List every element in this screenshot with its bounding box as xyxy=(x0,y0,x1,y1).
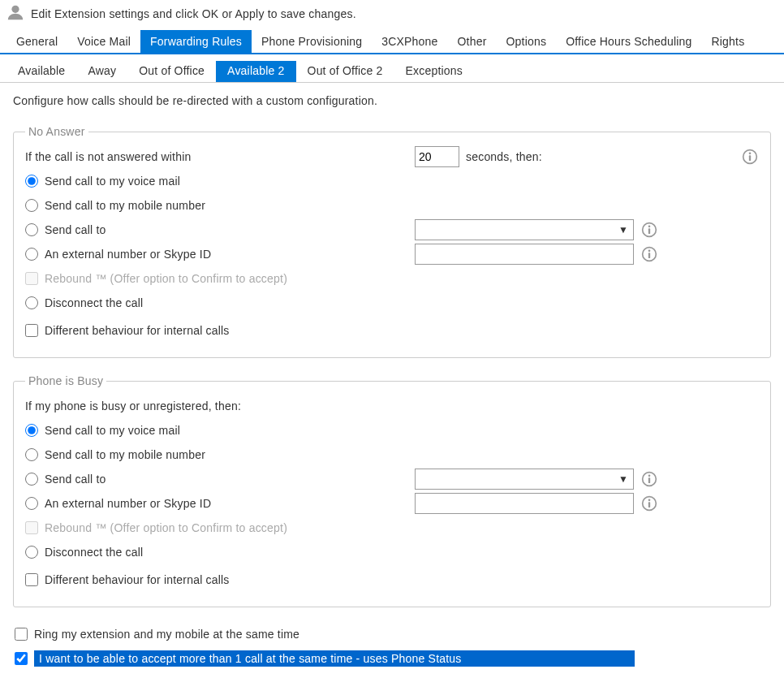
bz-diff-internal-label[interactable]: Different behaviour for internal calls xyxy=(45,573,230,586)
bz-rebound-checkbox xyxy=(25,521,38,534)
main-tab-office-hours-scheduling[interactable]: Office Hours Scheduling xyxy=(556,30,701,53)
sub-tab-bar: AvailableAwayOut of OfficeAvailable 2Out… xyxy=(0,54,784,83)
main-tab-phone-provisioning[interactable]: Phone Provisioning xyxy=(252,30,372,53)
user-icon xyxy=(6,3,24,24)
bz-diff-internal-checkbox[interactable] xyxy=(25,573,38,586)
main-tab-forwarding-rules[interactable]: Forwarding Rules xyxy=(140,30,252,53)
bz-radio-external[interactable] xyxy=(25,497,38,510)
info-icon[interactable] xyxy=(640,470,658,488)
svg-rect-12 xyxy=(648,477,650,483)
main-tab-options[interactable]: Options xyxy=(497,30,557,53)
na-external-input[interactable] xyxy=(415,244,634,265)
ring-both-label[interactable]: Ring my extension and my mobile at the s… xyxy=(34,628,299,641)
bz-radio-voicemail[interactable] xyxy=(25,424,38,437)
main-tab-rights[interactable]: Rights xyxy=(702,30,755,53)
info-icon[interactable] xyxy=(741,148,759,166)
busy-prompt: If my phone is busy or unregistered, the… xyxy=(25,399,241,412)
svg-point-0 xyxy=(11,6,19,13)
na-sendto-label[interactable]: Send call to xyxy=(45,223,106,236)
na-radio-voicemail[interactable] xyxy=(25,175,38,188)
chevron-down-icon: ▼ xyxy=(618,224,628,235)
header-instruction: Edit Extension settings and click OK or … xyxy=(31,7,356,20)
na-rebound-label: Rebound ™ (Offer option to Confirm to ac… xyxy=(45,272,287,285)
main-tab-general[interactable]: General xyxy=(6,30,67,53)
bz-sendto-select[interactable]: ▼ xyxy=(415,469,634,490)
bz-external-input[interactable] xyxy=(415,493,634,514)
na-radio-disconnect[interactable] xyxy=(25,296,38,309)
bz-mobile-label[interactable]: Send call to my mobile number xyxy=(45,448,205,461)
sub-tab-exceptions[interactable]: Exceptions xyxy=(394,61,474,82)
na-diff-internal-label[interactable]: Different behaviour for internal calls xyxy=(45,324,230,337)
bz-external-label[interactable]: An external number or Skype ID xyxy=(45,497,211,510)
bz-disconnect-label[interactable]: Disconnect the call xyxy=(45,546,143,559)
svg-rect-9 xyxy=(648,253,650,258)
sub-tab-available[interactable]: Available xyxy=(6,61,76,82)
no-answer-legend: No Answer xyxy=(25,125,88,138)
na-external-label[interactable]: An external number or Skype ID xyxy=(45,248,211,261)
na-sendto-select[interactable]: ▼ xyxy=(415,219,634,240)
bottom-options: Ring my extension and my mobile at the s… xyxy=(13,624,771,669)
busy-group: Phone is Busy If my phone is busy or unr… xyxy=(13,374,771,607)
chevron-down-icon: ▼ xyxy=(618,473,628,485)
bz-radio-sendto[interactable] xyxy=(25,473,38,486)
na-diff-internal-checkbox[interactable] xyxy=(25,324,38,337)
na-mobile-label[interactable]: Send call to my mobile number xyxy=(45,199,205,212)
ring-both-checkbox[interactable] xyxy=(15,628,28,641)
bz-radio-mobile[interactable] xyxy=(25,448,38,461)
seconds-label: seconds, then: xyxy=(466,150,542,163)
sub-tab-available-2[interactable]: Available 2 xyxy=(216,61,295,82)
bz-voicemail-label[interactable]: Send call to my voice mail xyxy=(45,424,180,437)
svg-rect-15 xyxy=(648,502,650,507)
main-tab-bar: GeneralVoice MailForwarding RulesPhone P… xyxy=(0,30,784,54)
main-tab-3cxphone[interactable]: 3CXPhone xyxy=(372,30,447,53)
bz-radio-disconnect[interactable] xyxy=(25,546,38,559)
config-description: Configure how calls should be re-directe… xyxy=(13,94,771,107)
sub-tab-out-of-office[interactable]: Out of Office xyxy=(127,61,216,82)
svg-point-2 xyxy=(749,153,752,155)
info-icon[interactable] xyxy=(640,245,658,263)
no-answer-seconds-input[interactable] xyxy=(415,146,459,167)
main-tab-other[interactable]: Other xyxy=(448,30,497,53)
sub-tab-out-of-office-2[interactable]: Out of Office 2 xyxy=(296,61,394,82)
svg-rect-6 xyxy=(648,228,650,234)
svg-point-11 xyxy=(648,475,651,477)
na-radio-sendto[interactable] xyxy=(25,223,38,236)
busy-legend: Phone is Busy xyxy=(25,374,106,387)
svg-point-5 xyxy=(648,226,651,228)
na-disconnect-label[interactable]: Disconnect the call xyxy=(45,296,143,309)
no-answer-group: No Answer If the call is not answered wi… xyxy=(13,125,771,358)
bz-sendto-label[interactable]: Send call to xyxy=(45,473,106,486)
main-tab-voice-mail[interactable]: Voice Mail xyxy=(67,30,140,53)
multi-call-checkbox[interactable] xyxy=(15,652,28,665)
page-header: Edit Extension settings and click OK or … xyxy=(0,0,784,30)
na-radio-external[interactable] xyxy=(25,248,38,261)
info-icon[interactable] xyxy=(640,221,658,239)
multi-call-label[interactable]: I want to be able to accept more than 1 … xyxy=(34,650,635,667)
svg-point-8 xyxy=(648,250,651,253)
no-answer-prompt: If the call is not answered within xyxy=(25,150,191,163)
bz-rebound-label: Rebound ™ (Offer option to Confirm to ac… xyxy=(45,521,287,534)
svg-rect-3 xyxy=(749,155,751,161)
na-rebound-checkbox xyxy=(25,272,38,285)
info-icon[interactable] xyxy=(640,494,658,512)
na-radio-mobile[interactable] xyxy=(25,199,38,212)
sub-tab-away[interactable]: Away xyxy=(76,61,127,82)
svg-point-14 xyxy=(648,499,651,502)
na-voicemail-label[interactable]: Send call to my voice mail xyxy=(45,175,180,188)
